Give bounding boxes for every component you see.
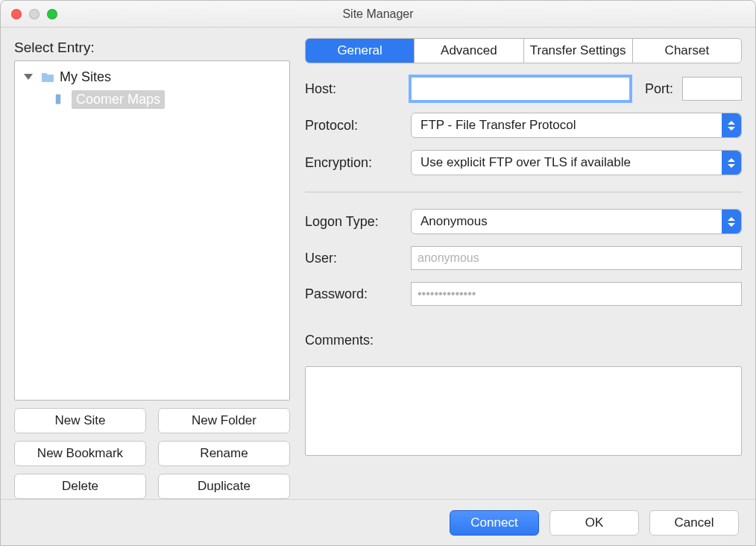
titlebar: Site Manager — [1, 1, 755, 28]
rename-button[interactable]: Rename — [158, 441, 290, 466]
tree-item[interactable]: Coomer Maps — [18, 88, 286, 110]
password-row: Password: — [305, 282, 742, 306]
logon-type-row: Logon Type: Anonymous — [305, 209, 742, 234]
user-row: User: — [305, 246, 742, 270]
section-divider — [305, 192, 742, 192]
tab-advanced[interactable]: Advanced — [415, 39, 523, 63]
cancel-button[interactable]: Cancel — [649, 510, 739, 536]
host-row: Host: Port: — [305, 77, 742, 101]
select-entry-label: Select Entry: — [14, 40, 290, 56]
site-tree[interactable]: My Sites Coomer Maps — [14, 60, 290, 401]
dialog-footer: Connect OK Cancel — [1, 499, 755, 545]
logon-type-label: Logon Type: — [305, 214, 402, 230]
window-title: Site Manager — [1, 7, 755, 21]
port-label: Port: — [645, 81, 673, 97]
encryption-row: Encryption: Use explicit FTP over TLS if… — [305, 150, 742, 175]
comments-label: Comments: — [305, 333, 742, 348]
server-icon — [52, 92, 67, 107]
host-input[interactable] — [411, 77, 630, 101]
settings-tabs: General Advanced Transfer Settings Chars… — [305, 38, 742, 63]
encryption-label: Encryption: — [305, 155, 402, 171]
entry-actions: New Site New Folder New Bookmark Rename … — [14, 408, 290, 499]
tab-transfer[interactable]: Transfer Settings — [524, 39, 633, 63]
folder-icon — [40, 69, 55, 84]
settings-panel: General Advanced Transfer Settings Chars… — [305, 38, 742, 499]
encryption-select[interactable]: Use explicit FTP over TLS if available — [411, 150, 742, 175]
user-input — [411, 246, 742, 270]
comments-input[interactable] — [305, 366, 742, 456]
entry-panel: Select Entry: My Sites Coomer Maps — [14, 38, 290, 499]
protocol-value: FTP - File Transfer Protocol — [420, 118, 576, 133]
protocol-select[interactable]: FTP - File Transfer Protocol — [411, 113, 742, 138]
password-label: Password: — [305, 286, 402, 302]
updown-icon — [722, 151, 741, 175]
site-manager-window: Site Manager Select Entry: My Sites Coom — [0, 0, 756, 546]
connect-button[interactable]: Connect — [450, 510, 539, 536]
new-site-button[interactable]: New Site — [14, 408, 146, 433]
dialog-body: Select Entry: My Sites Coomer Maps — [1, 28, 755, 499]
protocol-row: Protocol: FTP - File Transfer Protocol — [305, 113, 742, 138]
tree-root-label: My Sites — [60, 69, 111, 85]
user-label: User: — [305, 251, 402, 266]
port-input[interactable] — [682, 77, 742, 101]
tab-general[interactable]: General — [306, 39, 415, 63]
updown-icon — [722, 210, 741, 233]
encryption-value: Use explicit FTP over TLS if available — [420, 155, 631, 170]
host-label: Host: — [305, 81, 402, 97]
new-folder-button[interactable]: New Folder — [158, 408, 290, 433]
disclosure-triangle-icon[interactable] — [24, 74, 33, 80]
general-settings: Host: Port: Protocol: FTP - File Transfe… — [305, 77, 742, 456]
updown-icon — [722, 113, 741, 137]
password-input — [411, 282, 742, 306]
duplicate-button[interactable]: Duplicate — [158, 474, 290, 499]
tree-root-row[interactable]: My Sites — [18, 66, 286, 88]
protocol-label: Protocol: — [305, 118, 402, 134]
logon-type-value: Anonymous — [420, 214, 488, 229]
ok-button[interactable]: OK — [549, 510, 639, 536]
logon-type-select[interactable]: Anonymous — [411, 209, 742, 234]
delete-button[interactable]: Delete — [14, 474, 146, 499]
svg-rect-0 — [56, 95, 60, 104]
new-bookmark-button[interactable]: New Bookmark — [14, 441, 146, 466]
tab-charset[interactable]: Charset — [633, 39, 741, 63]
tree-item-label: Coomer Maps — [72, 90, 165, 109]
